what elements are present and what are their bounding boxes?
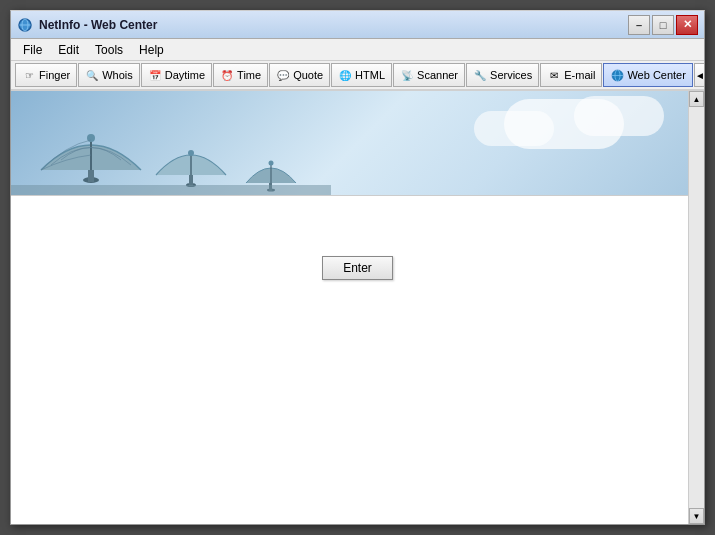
toolbar-webcenter-label: Web Center <box>627 69 686 81</box>
menu-file[interactable]: File <box>15 41 50 59</box>
toolbar-email[interactable]: ✉ E-mail <box>540 63 602 87</box>
toolbar-quote-label: Quote <box>293 69 323 81</box>
menu-help[interactable]: Help <box>131 41 172 59</box>
close-button[interactable]: ✕ <box>676 15 698 35</box>
daytime-icon: 📅 <box>148 68 162 82</box>
menu-edit[interactable]: Edit <box>50 41 87 59</box>
content-area: Enter ▲ ▼ <box>11 91 704 524</box>
title-bar: NetInfo - Web Center – □ ✕ <box>11 11 704 39</box>
svg-point-13 <box>188 150 194 156</box>
window-title: NetInfo - Web Center <box>39 18 628 32</box>
toolbar-finger-label: Finger <box>39 69 70 81</box>
banner <box>11 91 704 196</box>
enter-button[interactable]: Enter <box>322 256 393 280</box>
main-content: Enter <box>11 196 704 524</box>
toolbar: ☞ Finger 🔍 Whois 📅 Daytime ⏰ Time 💬 Quot… <box>11 61 704 91</box>
toolbar-services[interactable]: 🔧 Services <box>466 63 539 87</box>
svg-point-17 <box>269 161 274 166</box>
toolbar-scanner[interactable]: 📡 Scanner <box>393 63 465 87</box>
window-controls: – □ ✕ <box>628 15 698 35</box>
scrollbar-down-button[interactable]: ▼ <box>689 508 704 524</box>
menu-bar: File Edit Tools Help <box>11 39 704 61</box>
cloud-decoration-2 <box>474 111 554 146</box>
toolbar-time[interactable]: ⏰ Time <box>213 63 268 87</box>
scrollbar-track[interactable] <box>689 107 704 508</box>
app-icon <box>17 17 33 33</box>
toolbar-whois-label: Whois <box>102 69 133 81</box>
toolbar-time-label: Time <box>237 69 261 81</box>
toolbar-finger[interactable]: ☞ Finger <box>15 63 77 87</box>
minimize-button[interactable]: – <box>628 15 650 35</box>
svg-rect-18 <box>11 185 331 195</box>
toolbar-webcenter[interactable]: Web Center <box>603 63 693 87</box>
toolbar-html[interactable]: 🌐 HTML <box>331 63 392 87</box>
satellite-dishes-image <box>11 91 331 195</box>
scrollbar-vertical[interactable]: ▲ ▼ <box>688 91 704 524</box>
toolbar-html-label: HTML <box>355 69 385 81</box>
cloud-decoration-3 <box>574 96 664 136</box>
webcenter-icon <box>610 68 624 82</box>
scanner-icon: 📡 <box>400 68 414 82</box>
toolbar-daytime[interactable]: 📅 Daytime <box>141 63 212 87</box>
menu-tools[interactable]: Tools <box>87 41 131 59</box>
html-icon: 🌐 <box>338 68 352 82</box>
banner-background <box>11 91 704 195</box>
toolbar-whois[interactable]: 🔍 Whois <box>78 63 140 87</box>
toolbar-arrow-left[interactable]: ◄ <box>694 63 704 87</box>
toolbar-email-label: E-mail <box>564 69 595 81</box>
toolbar-quote[interactable]: 💬 Quote <box>269 63 330 87</box>
main-window: NetInfo - Web Center – □ ✕ File Edit Too… <box>10 10 705 525</box>
whois-icon: 🔍 <box>85 68 99 82</box>
maximize-button[interactable]: □ <box>652 15 674 35</box>
finger-icon: ☞ <box>22 68 36 82</box>
time-icon: ⏰ <box>220 68 234 82</box>
toolbar-scanner-label: Scanner <box>417 69 458 81</box>
toolbar-daytime-label: Daytime <box>165 69 205 81</box>
scrollbar-up-button[interactable]: ▲ <box>689 91 704 107</box>
quote-icon: 💬 <box>276 68 290 82</box>
services-icon: 🔧 <box>473 68 487 82</box>
toolbar-services-label: Services <box>490 69 532 81</box>
email-icon: ✉ <box>547 68 561 82</box>
